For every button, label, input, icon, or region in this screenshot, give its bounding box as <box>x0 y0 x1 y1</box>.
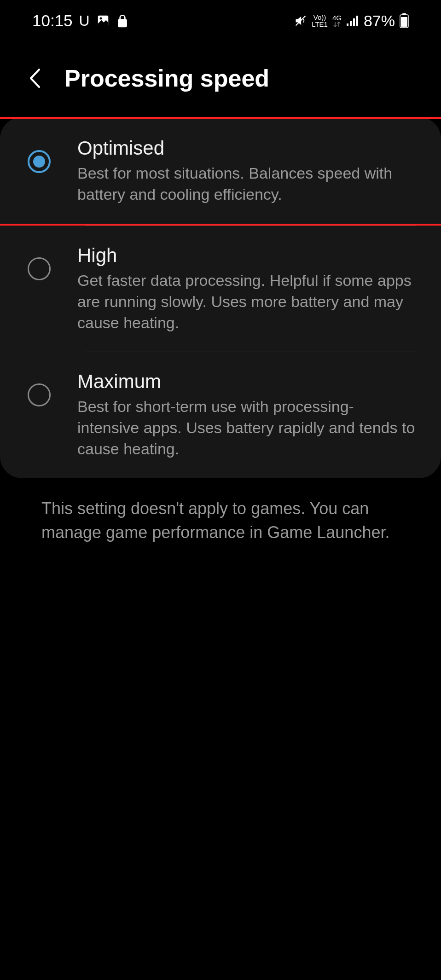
option-description: Best for most situations. Balances speed… <box>77 163 416 205</box>
radio-optimised[interactable] <box>28 150 51 173</box>
footer-note: This setting doesn't apply to games. You… <box>0 478 441 545</box>
svg-rect-7 <box>356 16 358 26</box>
radio-maximum[interactable] <box>28 383 51 406</box>
mute-icon <box>294 14 307 27</box>
chevron-left-icon <box>28 67 41 89</box>
svg-rect-2 <box>118 20 126 27</box>
option-optimised[interactable]: Optimised Best for most situations. Bala… <box>0 117 441 226</box>
option-content: Optimised Best for most situations. Bala… <box>77 137 416 205</box>
u-indicator: U <box>79 12 90 29</box>
option-description: Get faster data processing. Helpful if s… <box>77 270 416 334</box>
status-right: Vo)) LTE1 4G 87% <box>294 12 409 30</box>
option-title: High <box>77 244 416 267</box>
status-bar: 10:15 U Vo)) LTE1 4G 87% <box>0 0 441 41</box>
radio-high[interactable] <box>28 257 51 280</box>
svg-rect-4 <box>347 23 348 26</box>
volte-indicator: Vo)) LTE1 <box>312 14 328 28</box>
network-type-indicator: 4G <box>332 14 342 28</box>
svg-rect-6 <box>353 18 355 26</box>
page-title: Processing speed <box>64 64 269 92</box>
option-description: Best for short-term use with processing-… <box>77 396 416 460</box>
svg-point-1 <box>99 17 102 20</box>
status-time: 10:15 <box>32 12 73 30</box>
option-title: Maximum <box>77 371 416 393</box>
svg-rect-10 <box>401 17 407 27</box>
lock-icon <box>116 14 128 28</box>
battery-icon <box>400 13 409 28</box>
status-left: 10:15 U <box>32 12 128 30</box>
option-title: Optimised <box>77 137 416 159</box>
option-high[interactable]: High Get faster data processing. Helpful… <box>0 226 441 352</box>
option-content: High Get faster data processing. Helpful… <box>77 244 416 334</box>
battery-percent: 87% <box>364 12 395 30</box>
back-button[interactable] <box>23 67 46 90</box>
radio-inner-icon <box>33 156 45 168</box>
svg-rect-5 <box>350 21 352 26</box>
option-maximum[interactable]: Maximum Best for short-term use with pro… <box>0 352 441 478</box>
picture-icon <box>96 14 110 28</box>
options-card: Optimised Best for most situations. Bala… <box>0 117 441 478</box>
header: Processing speed <box>0 41 441 115</box>
signal-icon <box>346 15 359 26</box>
option-content: Maximum Best for short-term use with pro… <box>77 371 416 460</box>
